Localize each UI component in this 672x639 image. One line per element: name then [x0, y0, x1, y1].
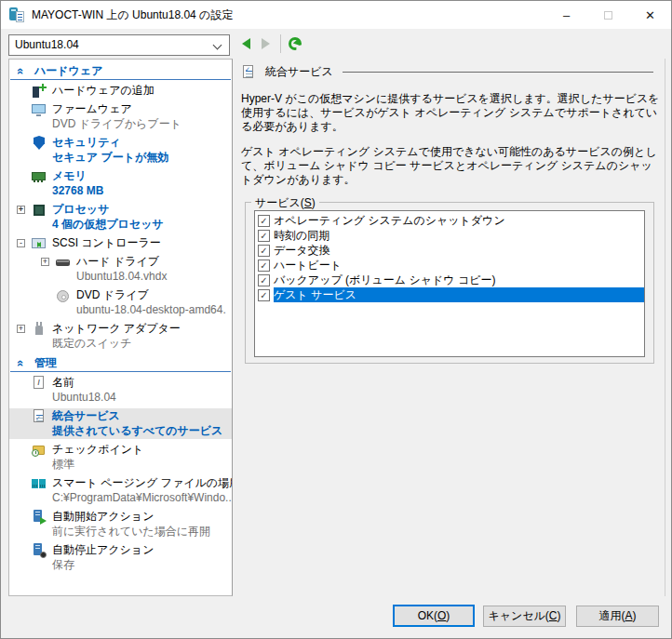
- refresh-icon[interactable]: [289, 37, 302, 50]
- sidebar-item-checkpoints[interactable]: チェックポイント: [9, 442, 232, 458]
- sidebar-item-scsi-controller[interactable]: - SCSI コントローラー: [9, 235, 232, 251]
- checkbox-checked-icon[interactable]: ✓: [258, 260, 270, 272]
- checkbox-checked-icon[interactable]: ✓: [258, 274, 270, 286]
- sidebar-subtext: ubuntu-18.04-desktop-amd64.: [9, 303, 232, 318]
- description-paragraph-2: ゲスト オペレーティング システムで使用できない可能性のあるサービスの例として、…: [241, 145, 662, 187]
- smart-paging-icon: [32, 476, 47, 491]
- name-icon: I: [32, 376, 47, 391]
- sidebar-item-smart-paging[interactable]: スマート ページング ファイルの場所: [9, 475, 232, 491]
- maximize-icon: [604, 11, 612, 20]
- auto-stop-icon: [32, 543, 47, 558]
- services-groupbox: サービス(S) ✓ オペレーティング システムのシャットダウン ✓ 時刻の同期 …: [245, 202, 654, 364]
- close-button[interactable]: ✕: [629, 1, 671, 29]
- sidebar-item-auto-stop[interactable]: 自動停止アクション: [9, 542, 232, 558]
- ok-button[interactable]: OK(O): [393, 605, 475, 627]
- sidebar-item-dvd-drive[interactable]: DVD ドライブ: [9, 287, 232, 303]
- services-group-label: サービス(S): [251, 195, 319, 211]
- minimize-icon: –: [563, 8, 570, 22]
- dvd-disc-icon: [56, 288, 71, 303]
- service-row-time-sync[interactable]: ✓ 時刻の同期: [255, 228, 644, 243]
- sidebar-item-auto-start[interactable]: 自動開始アクション: [9, 509, 232, 525]
- integration-services-icon: [241, 64, 256, 79]
- integration-services-icon: [32, 409, 47, 424]
- sidebar-item-hard-drive[interactable]: + ハード ドライブ: [9, 254, 232, 270]
- sidebar-subtext: Ubuntu18.04.vhdx: [9, 270, 232, 285]
- navigate-back-button[interactable]: [242, 38, 250, 49]
- expand-icon[interactable]: +: [41, 258, 49, 266]
- navigate-forward-button: [262, 38, 270, 49]
- sidebar-item-name[interactable]: I 名前: [9, 375, 232, 391]
- integration-services-pane: 統合サービス Hyper-V がこの仮想マシンに提供するサービスを選択します。選…: [234, 59, 665, 596]
- hard-drive-icon: [56, 255, 71, 270]
- sidebar-item-integration-services[interactable]: 統合サービス 提供されているすべてのサービス: [9, 408, 232, 439]
- sidebar-item-security[interactable]: セキュリティ: [9, 135, 232, 151]
- section-header-management[interactable]: « 管理: [10, 354, 231, 372]
- shield-icon: [32, 136, 47, 151]
- collapse-icon[interactable]: -: [17, 239, 25, 247]
- checkbox-checked-icon[interactable]: ✓: [258, 289, 270, 301]
- maximize-button: [587, 1, 629, 29]
- add-hardware-icon: [32, 84, 47, 99]
- network-adapter-icon: [32, 322, 47, 337]
- toolbar: Ubuntu18.04: [1, 29, 671, 59]
- sidebar-subtext: DVD ドライブからブート: [9, 117, 232, 132]
- sidebar-subtext: C:¥ProgramData¥Microsoft¥Windo...: [9, 491, 232, 506]
- sidebar-subtext: 前に実行されていた場合に再開: [9, 525, 232, 539]
- firmware-icon: [32, 102, 47, 117]
- sidebar-subtext: 保存: [9, 558, 232, 573]
- section-header-hardware[interactable]: « ハードウェア: [10, 62, 231, 80]
- chevron-down-icon: [213, 41, 222, 50]
- services-listbox[interactable]: ✓ オペレーティング システムのシャットダウン ✓ 時刻の同期 ✓ データ交換 …: [254, 210, 645, 357]
- service-row-guest-services[interactable]: ✓ ゲスト サービス: [255, 287, 644, 302]
- header-rule: [343, 72, 653, 73]
- settings-nav-sidebar: « ハードウェア ハードウェアの追加 ファームウェア DVD ドライブからブート…: [8, 59, 233, 596]
- sidebar-item-firmware[interactable]: ファームウェア: [9, 101, 232, 117]
- service-row-backup[interactable]: ✓ バックアップ (ボリューム シャドウ コピー): [255, 273, 644, 287]
- apply-button[interactable]: 適用(A): [576, 606, 659, 627]
- sidebar-item-add-hardware[interactable]: ハードウェアの追加: [9, 83, 232, 99]
- service-row-heartbeat[interactable]: ✓ ハートビート: [255, 258, 644, 273]
- titlebar: MAYOCT-WIN 上の Ubuntu18.04 の設定 – ✕: [1, 1, 671, 29]
- service-row-data-exchange[interactable]: ✓ データ交換: [255, 243, 644, 258]
- checkbox-checked-icon[interactable]: ✓: [258, 230, 270, 242]
- checkpoint-icon: [32, 443, 47, 458]
- vm-selector-value: Ubuntu18.04: [15, 38, 79, 51]
- cancel-button[interactable]: キャンセル(C): [483, 606, 566, 627]
- sidebar-item-network-adapter[interactable]: + ネットワーク アダプター: [9, 321, 232, 337]
- collapse-chevron-icon: «: [15, 68, 27, 74]
- collapse-chevron-icon: «: [15, 360, 27, 366]
- toolbar-separator: [280, 34, 281, 53]
- expand-icon[interactable]: +: [17, 206, 25, 214]
- scsi-controller-icon: [32, 236, 47, 251]
- checkbox-checked-icon[interactable]: ✓: [258, 215, 270, 227]
- auto-start-icon: [32, 510, 47, 525]
- memory-icon: [32, 169, 47, 184]
- hyperv-settings-window: MAYOCT-WIN 上の Ubuntu18.04 の設定 – ✕ Ubuntu…: [0, 0, 672, 639]
- minimize-button[interactable]: –: [545, 1, 587, 29]
- sidebar-subtext: 標準: [9, 458, 232, 473]
- vm-selector-dropdown[interactable]: Ubuntu18.04: [8, 34, 230, 56]
- sidebar-subtext: 提供されているすべてのサービス: [9, 424, 232, 439]
- checkbox-checked-icon[interactable]: ✓: [258, 245, 270, 257]
- sidebar-subtext: 4 個の仮想プロセッサ: [9, 218, 232, 233]
- service-row-os-shutdown[interactable]: ✓ オペレーティング システムのシャットダウン: [255, 213, 644, 228]
- processor-icon: [32, 203, 47, 218]
- window-title: MAYOCT-WIN 上の Ubuntu18.04 の設定: [32, 1, 233, 29]
- sidebar-item-processor[interactable]: + プロセッサ: [9, 202, 232, 218]
- expand-icon[interactable]: +: [17, 325, 25, 333]
- description-paragraph-1: Hyper-V がこの仮想マシンに提供するサービスを選択します。選択したサービス…: [241, 92, 662, 134]
- app-icon: [9, 7, 24, 22]
- sidebar-subtext: 既定のスイッチ: [9, 337, 232, 352]
- sidebar-subtext: セキュア ブートが無効: [9, 151, 232, 166]
- pane-title: 統合サービス: [265, 64, 333, 80]
- sidebar-item-memory[interactable]: メモリ: [9, 168, 232, 184]
- sidebar-subtext: 32768 MB: [9, 184, 232, 199]
- sidebar-subtext: Ubuntu18.04: [9, 391, 232, 406]
- close-icon: ✕: [645, 8, 655, 22]
